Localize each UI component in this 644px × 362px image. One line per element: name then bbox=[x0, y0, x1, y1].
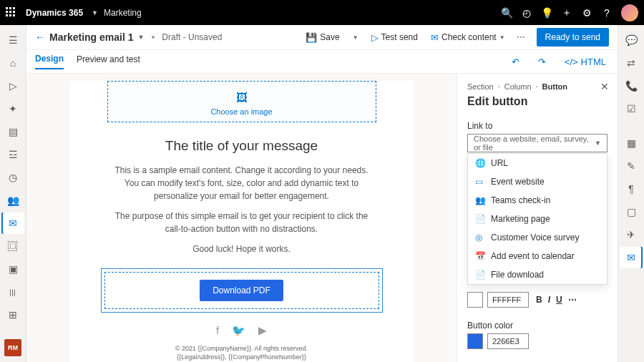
breadcrumb: Section› Column› Button bbox=[467, 82, 608, 91]
image-placeholder[interactable]: 🖼 Choose an image bbox=[107, 81, 376, 122]
help-icon[interactable]: ? bbox=[597, 3, 617, 23]
tab-preview[interactable]: Preview and test bbox=[77, 54, 140, 69]
breadcrumb-section[interactable]: Section bbox=[467, 82, 494, 91]
cta-button[interactable]: Download PDF bbox=[200, 280, 283, 301]
youtube-icon[interactable]: ▶ bbox=[258, 324, 267, 337]
status-dot-icon: • bbox=[151, 31, 155, 43]
button-color-input[interactable]: 2266E3 bbox=[487, 333, 529, 349]
calendar-icon: 📅 bbox=[475, 251, 485, 261]
area-name: Marketing bbox=[104, 8, 142, 18]
text-format-group: B I U ⋯ bbox=[536, 295, 577, 305]
underline-button[interactable]: U bbox=[556, 295, 562, 305]
survey-icon: ◎ bbox=[475, 233, 485, 243]
undo-button[interactable]: ↶ bbox=[509, 54, 522, 70]
right-tool-rail: 💬 ⇄ 📞 ☑ ▦ ✎ ¶ ▢ ✈ ✉ bbox=[618, 25, 644, 362]
menu-icon[interactable]: ☰ bbox=[1, 29, 24, 51]
image-icon[interactable]: ▣ bbox=[1, 258, 24, 280]
text-tool-icon[interactable]: ¶ bbox=[620, 178, 643, 200]
bold-button[interactable]: B bbox=[536, 295, 542, 305]
option-file-download[interactable]: 📄File download bbox=[468, 265, 607, 284]
overflow-button[interactable]: ⋯ bbox=[514, 29, 528, 45]
twitter-icon[interactable]: 🐦 bbox=[232, 324, 245, 337]
save-split-chevron[interactable]: ▼ bbox=[348, 31, 363, 44]
back-button[interactable]: ← bbox=[35, 31, 45, 43]
link-to-dropdown: 🌐URL ▭Event website 👥Teams check-in 📄Mar… bbox=[467, 153, 608, 285]
more-icon[interactable]: ⊞ bbox=[1, 304, 24, 326]
tools-icon[interactable]: ✎ bbox=[620, 155, 643, 177]
chevron-down-icon[interactable]: ▼ bbox=[92, 9, 98, 16]
test-send-button[interactable]: ▷Test send bbox=[367, 29, 422, 46]
social-row: f 🐦 ▶ bbox=[216, 324, 267, 337]
lightbulb-icon[interactable]: 💡 bbox=[537, 3, 557, 23]
option-url[interactable]: 🌐URL bbox=[468, 154, 607, 172]
layout-icon[interactable]: ▢ bbox=[620, 201, 643, 222]
browser-icon: ▭ bbox=[475, 177, 485, 187]
title-chevron-icon[interactable]: ▼ bbox=[138, 34, 145, 41]
settings-icon[interactable]: ⚙ bbox=[577, 3, 597, 23]
option-add-event[interactable]: 📅Add event to calendar bbox=[468, 247, 607, 265]
brand-name: Dynamics 365 bbox=[26, 8, 83, 18]
tab-design[interactable]: Design bbox=[35, 54, 64, 69]
option-customer-voice[interactable]: ◎Customer Voice survey bbox=[468, 228, 607, 247]
redo-button[interactable]: ↷ bbox=[535, 54, 549, 70]
email-footer: © 2021 {{CompanyName}}. All rights reser… bbox=[175, 344, 308, 362]
file-icon: 📄 bbox=[475, 270, 485, 280]
button-color-label: Button color bbox=[467, 321, 608, 331]
globe-icon: 🌐 bbox=[475, 158, 485, 168]
tasklist-icon[interactable]: ☑ bbox=[620, 98, 643, 119]
email-title[interactable]: The title of your message bbox=[165, 138, 318, 154]
assets-icon[interactable]: ✈ bbox=[620, 224, 643, 245]
teams-icon: 👥 bbox=[475, 195, 485, 205]
play-icon[interactable]: ▷ bbox=[1, 75, 24, 97]
left-nav-rail: ☰ ⌂ ▷ ✦ ▤ ☲ ◷ 👥 ✉ ⿴ ▣ ⫼ ⊞ RM bbox=[0, 25, 26, 362]
properties-icon[interactable]: ✉ bbox=[620, 247, 643, 268]
clock-icon[interactable]: ◷ bbox=[1, 167, 24, 188]
check-icon: ✉ bbox=[431, 32, 439, 43]
filter-icon[interactable]: ☲ bbox=[1, 144, 24, 165]
facebook-icon[interactable]: f bbox=[216, 324, 219, 337]
ready-to-send-button[interactable]: Ready to send bbox=[537, 28, 609, 47]
breadcrumb-column[interactable]: Column bbox=[504, 82, 532, 91]
page-title: Marketing email 1 bbox=[49, 31, 134, 43]
link-to-combobox[interactable]: Choose a website, email, survey, or file… bbox=[467, 134, 608, 152]
chevron-down-icon: ▼ bbox=[595, 140, 601, 147]
breadcrumb-button: Button bbox=[542, 82, 567, 91]
save-status: Draft - Unsaved bbox=[162, 32, 222, 42]
option-marketing-page[interactable]: 📄Marketing page bbox=[468, 210, 607, 228]
panel-title: Edit button bbox=[467, 95, 608, 108]
italic-button[interactable]: I bbox=[548, 295, 550, 305]
close-panel-button[interactable]: ✕ bbox=[600, 81, 609, 92]
option-event-website[interactable]: ▭Event website bbox=[468, 172, 607, 191]
analytics-icon[interactable]: ▤ bbox=[1, 121, 24, 142]
save-button[interactable]: 💾Save bbox=[301, 29, 343, 46]
chevron-down-icon: ▼ bbox=[499, 34, 505, 41]
font-color-swatch[interactable] bbox=[467, 292, 483, 308]
chat-icon[interactable]: 💬 bbox=[620, 29, 643, 51]
user-avatar[interactable] bbox=[621, 4, 638, 21]
task-icon[interactable]: ◴ bbox=[517, 3, 537, 23]
add-icon[interactable]: ＋ bbox=[557, 3, 577, 23]
journey-icon[interactable]: ✦ bbox=[1, 98, 24, 119]
properties-panel: Section› Column› Button ✕ Edit button Li… bbox=[457, 74, 618, 362]
app-launcher-icon[interactable] bbox=[6, 7, 17, 19]
html-toggle[interactable]: </>HTML bbox=[562, 54, 609, 70]
font-color-input[interactable]: FFFFFF bbox=[487, 292, 529, 308]
people-icon[interactable]: 👥 bbox=[1, 190, 24, 211]
relay-icon[interactable]: ⇄ bbox=[620, 52, 643, 74]
code-icon: </> bbox=[565, 57, 578, 67]
button-block-selected[interactable]: Download PDF bbox=[101, 268, 383, 313]
elements-icon[interactable]: ▦ bbox=[620, 132, 643, 154]
button-color-swatch[interactable] bbox=[467, 333, 483, 349]
check-content-button[interactable]: ✉Check content▼ bbox=[426, 29, 509, 46]
more-format-button[interactable]: ⋯ bbox=[568, 295, 577, 305]
persona-chip[interactable]: RM bbox=[4, 339, 21, 356]
phone-icon[interactable]: 📞 bbox=[620, 75, 643, 97]
link-to-label: Link to bbox=[467, 121, 608, 131]
email-icon[interactable]: ✉ bbox=[1, 212, 24, 234]
email-body[interactable]: This is a sample email content. Change i… bbox=[109, 164, 374, 263]
library-icon[interactable]: ⫼ bbox=[1, 281, 24, 303]
search-icon[interactable]: 🔍 bbox=[497, 3, 517, 23]
template-icon[interactable]: ⿴ bbox=[1, 235, 24, 257]
home-icon[interactable]: ⌂ bbox=[1, 52, 24, 74]
option-teams-checkin[interactable]: 👥Teams check-in bbox=[468, 191, 607, 210]
